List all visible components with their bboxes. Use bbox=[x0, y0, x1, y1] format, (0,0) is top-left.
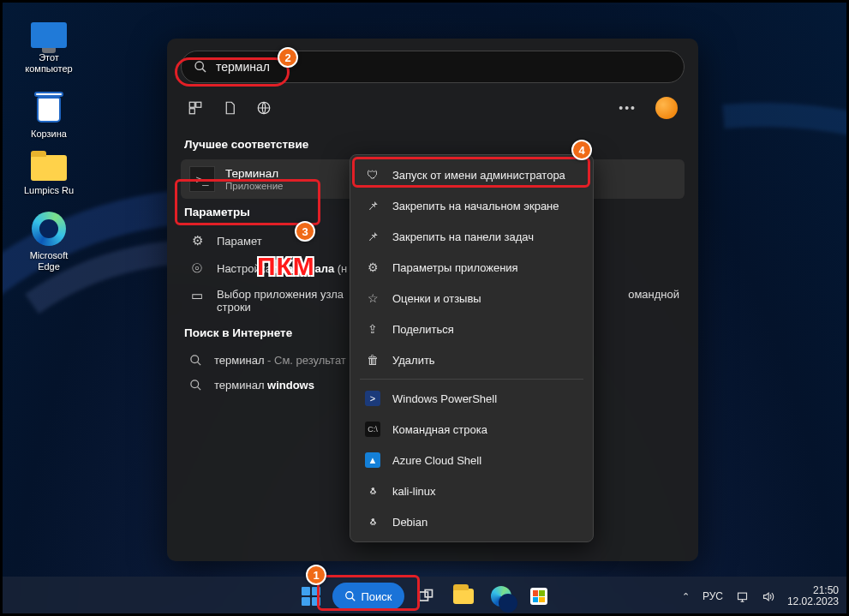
edge-icon[interactable]: Microsoft Edge bbox=[19, 212, 79, 272]
context-menu: 🛡︎Запуск от имени администратора 📌︎Закре… bbox=[350, 154, 594, 542]
explorer-button[interactable] bbox=[447, 580, 480, 613]
taskbar-search-label: Поиск bbox=[361, 590, 392, 603]
edge-button[interactable] bbox=[485, 580, 517, 613]
volume-icon[interactable] bbox=[762, 590, 774, 603]
ctx-pin-start[interactable]: 📌︎Закрепить на начальном экране bbox=[355, 190, 589, 221]
ctx-run-as-admin[interactable]: 🛡︎Запуск от имени администратора bbox=[355, 159, 589, 190]
filter-web-icon[interactable] bbox=[256, 100, 272, 116]
search-icon bbox=[189, 379, 202, 392]
recycle-bin-label: Корзина bbox=[31, 129, 67, 140]
user-avatar[interactable] bbox=[655, 97, 678, 119]
svg-line-11 bbox=[351, 598, 355, 601]
ctx-delete[interactable]: 🗑︎Удалить bbox=[355, 344, 589, 375]
lumpics-folder-label: Lumpics Ru bbox=[24, 185, 74, 196]
ctx-debian[interactable]: 🐧︎Debian bbox=[355, 506, 589, 537]
filter-documents-icon[interactable] bbox=[222, 100, 237, 116]
svg-line-9 bbox=[197, 386, 200, 390]
search-input[interactable]: терминал bbox=[181, 51, 685, 83]
linux-icon: 🐧︎ bbox=[365, 483, 380, 499]
taskbar-search-button[interactable]: Поиск bbox=[332, 583, 404, 610]
search-query-text: терминал bbox=[216, 60, 270, 74]
this-pc-icon[interactable]: Этот компьютер bbox=[19, 22, 79, 75]
more-options-icon[interactable]: ••• bbox=[619, 101, 637, 115]
separator bbox=[360, 379, 583, 380]
lumpics-folder-icon[interactable]: Lumpics Ru bbox=[19, 155, 79, 196]
terminal-app-icon: >_ bbox=[189, 166, 215, 192]
star-icon: ☆ bbox=[365, 290, 380, 306]
svg-point-0 bbox=[195, 62, 203, 69]
terminal-setting-icon: ▭ bbox=[189, 288, 205, 303]
link-icon: ⦾ bbox=[189, 260, 205, 276]
store-button[interactable] bbox=[523, 580, 555, 613]
language-indicator[interactable]: РУС bbox=[703, 590, 723, 602]
start-button[interactable] bbox=[294, 580, 326, 613]
svg-rect-4 bbox=[189, 109, 194, 114]
ctx-ratings[interactable]: ☆Оценки и отзывы bbox=[355, 283, 589, 314]
svg-rect-14 bbox=[738, 593, 746, 600]
search-icon bbox=[194, 60, 207, 74]
ctx-azure[interactable]: ▲Azure Cloud Shell bbox=[355, 445, 589, 475]
task-view-button[interactable] bbox=[410, 580, 442, 613]
powershell-icon: > bbox=[365, 391, 380, 406]
svg-rect-2 bbox=[189, 102, 194, 107]
svg-point-10 bbox=[345, 592, 352, 599]
result-title: Терминал bbox=[225, 167, 283, 181]
recycle-bin-icon[interactable]: Корзина bbox=[19, 90, 79, 140]
search-icon bbox=[344, 590, 356, 602]
svg-line-1 bbox=[202, 69, 206, 72]
ctx-pin-taskbar[interactable]: 📌︎Закрепить на панели задач bbox=[355, 221, 589, 252]
date-text: 12.02.2023 bbox=[787, 596, 839, 607]
network-icon[interactable] bbox=[736, 590, 749, 603]
azure-icon: ▲ bbox=[365, 452, 380, 468]
share-icon: ⇪ bbox=[365, 321, 380, 337]
ctx-share[interactable]: ⇪Поделиться bbox=[355, 314, 589, 344]
svg-point-8 bbox=[191, 380, 199, 388]
filter-apps-icon[interactable] bbox=[188, 100, 203, 116]
search-icon bbox=[189, 354, 202, 367]
desktop: Этот компьютер Корзина Lumpics Ru Micros… bbox=[0, 0, 849, 616]
result-subtitle: Приложение bbox=[225, 181, 283, 191]
this-pc-label: Этот компьютер bbox=[25, 52, 72, 75]
linux-icon: 🐧︎ bbox=[365, 514, 380, 529]
ctx-app-settings[interactable]: ⚙︎Параметры приложения bbox=[355, 252, 589, 283]
svg-rect-13 bbox=[425, 590, 432, 597]
ctx-kali[interactable]: 🐧︎kali-linux bbox=[355, 475, 589, 506]
gear-icon: ⚙︎ bbox=[365, 260, 380, 275]
system-tray: ⌃ РУС 21:50 12.02.2023 bbox=[682, 585, 839, 607]
pin-icon: 📌︎ bbox=[365, 229, 380, 244]
clock[interactable]: 21:50 12.02.2023 bbox=[787, 585, 839, 607]
edge-label: Microsoft Edge bbox=[30, 250, 69, 272]
sliders-icon: ⚙︎ bbox=[189, 233, 205, 248]
shield-icon: 🛡︎ bbox=[365, 167, 380, 182]
taskbar: Поиск ⌃ РУС 21:50 12.02.2023 bbox=[0, 577, 849, 616]
svg-line-7 bbox=[197, 362, 200, 365]
ctx-cmd[interactable]: C:\Командная строка bbox=[355, 414, 589, 445]
pin-icon: 📌︎ bbox=[365, 198, 380, 213]
cmd-icon: C:\ bbox=[365, 422, 380, 437]
trash-icon: 🗑︎ bbox=[365, 352, 380, 368]
ctx-powershell[interactable]: >Windows PowerShell bbox=[355, 383, 589, 414]
svg-point-6 bbox=[191, 356, 199, 363]
tray-chevron-icon[interactable]: ⌃ bbox=[682, 591, 690, 602]
desktop-icons: Этот компьютер Корзина Lumpics Ru Micros… bbox=[19, 22, 79, 288]
filter-row: ••• bbox=[181, 93, 685, 131]
svg-rect-3 bbox=[196, 102, 201, 107]
